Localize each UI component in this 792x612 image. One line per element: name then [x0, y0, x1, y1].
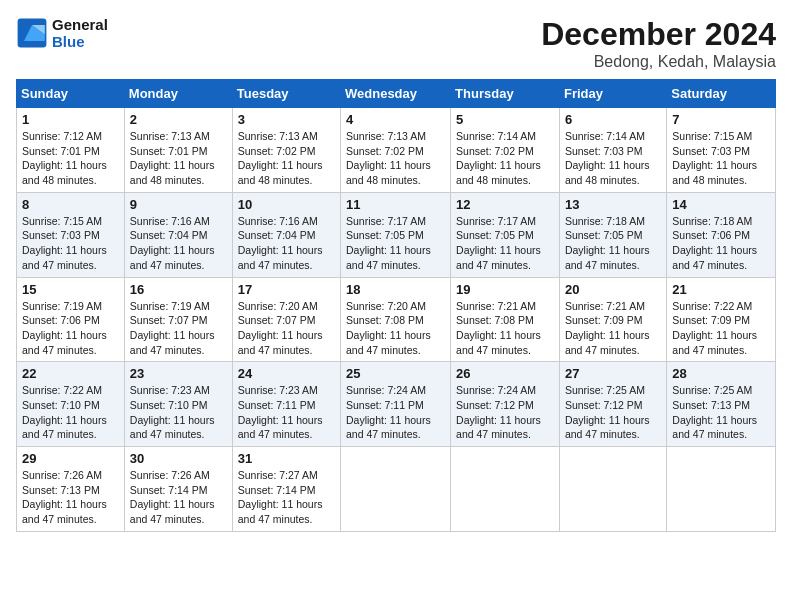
sunrise-label: Sunrise: 7:15 AM [22, 215, 102, 227]
day-number: 30 [130, 451, 227, 466]
sunrise-label: Sunrise: 7:16 AM [130, 215, 210, 227]
sunset-label: Sunset: 7:06 PM [672, 229, 750, 241]
month-title: December 2024 [541, 16, 776, 53]
table-row [341, 447, 451, 532]
col-sunday: Sunday [17, 80, 125, 108]
day-number: 26 [456, 366, 554, 381]
calendar-week-row: 15 Sunrise: 7:19 AM Sunset: 7:06 PM Dayl… [17, 277, 776, 362]
table-row: 10 Sunrise: 7:16 AM Sunset: 7:04 PM Dayl… [232, 192, 340, 277]
daylight-label: Daylight: 11 hours and 47 minutes. [130, 244, 215, 271]
sunrise-label: Sunrise: 7:25 AM [565, 384, 645, 396]
daylight-label: Daylight: 11 hours and 47 minutes. [22, 498, 107, 525]
sunrise-label: Sunrise: 7:13 AM [238, 130, 318, 142]
day-info: Sunrise: 7:22 AM Sunset: 7:09 PM Dayligh… [672, 299, 770, 358]
daylight-label: Daylight: 11 hours and 47 minutes. [130, 498, 215, 525]
day-info: Sunrise: 7:14 AM Sunset: 7:03 PM Dayligh… [565, 129, 661, 188]
daylight-label: Daylight: 11 hours and 47 minutes. [456, 244, 541, 271]
table-row: 20 Sunrise: 7:21 AM Sunset: 7:09 PM Dayl… [559, 277, 666, 362]
daylight-label: Daylight: 11 hours and 48 minutes. [130, 159, 215, 186]
daylight-label: Daylight: 11 hours and 47 minutes. [565, 329, 650, 356]
col-tuesday: Tuesday [232, 80, 340, 108]
table-row: 19 Sunrise: 7:21 AM Sunset: 7:08 PM Dayl… [451, 277, 560, 362]
calendar-week-row: 8 Sunrise: 7:15 AM Sunset: 7:03 PM Dayli… [17, 192, 776, 277]
col-monday: Monday [124, 80, 232, 108]
day-number: 20 [565, 282, 661, 297]
day-number: 6 [565, 112, 661, 127]
sunrise-label: Sunrise: 7:22 AM [22, 384, 102, 396]
sunset-label: Sunset: 7:05 PM [346, 229, 424, 241]
table-row: 30 Sunrise: 7:26 AM Sunset: 7:14 PM Dayl… [124, 447, 232, 532]
daylight-label: Daylight: 11 hours and 48 minutes. [346, 159, 431, 186]
logo: General Blue [16, 16, 108, 50]
day-info: Sunrise: 7:17 AM Sunset: 7:05 PM Dayligh… [456, 214, 554, 273]
day-number: 11 [346, 197, 445, 212]
sunrise-label: Sunrise: 7:22 AM [672, 300, 752, 312]
logo-line1: General [52, 16, 108, 33]
daylight-label: Daylight: 11 hours and 47 minutes. [672, 414, 757, 441]
sunrise-label: Sunrise: 7:19 AM [22, 300, 102, 312]
day-info: Sunrise: 7:25 AM Sunset: 7:12 PM Dayligh… [565, 383, 661, 442]
table-row: 16 Sunrise: 7:19 AM Sunset: 7:07 PM Dayl… [124, 277, 232, 362]
table-row: 5 Sunrise: 7:14 AM Sunset: 7:02 PM Dayli… [451, 108, 560, 193]
day-info: Sunrise: 7:15 AM Sunset: 7:03 PM Dayligh… [22, 214, 119, 273]
daylight-label: Daylight: 11 hours and 47 minutes. [22, 329, 107, 356]
col-friday: Friday [559, 80, 666, 108]
col-saturday: Saturday [667, 80, 776, 108]
table-row: 22 Sunrise: 7:22 AM Sunset: 7:10 PM Dayl… [17, 362, 125, 447]
sunrise-label: Sunrise: 7:13 AM [130, 130, 210, 142]
table-row: 9 Sunrise: 7:16 AM Sunset: 7:04 PM Dayli… [124, 192, 232, 277]
sunset-label: Sunset: 7:10 PM [130, 399, 208, 411]
sunset-label: Sunset: 7:12 PM [565, 399, 643, 411]
day-info: Sunrise: 7:27 AM Sunset: 7:14 PM Dayligh… [238, 468, 335, 527]
day-number: 14 [672, 197, 770, 212]
day-number: 13 [565, 197, 661, 212]
day-number: 23 [130, 366, 227, 381]
daylight-label: Daylight: 11 hours and 47 minutes. [238, 498, 323, 525]
day-info: Sunrise: 7:20 AM Sunset: 7:07 PM Dayligh… [238, 299, 335, 358]
day-number: 21 [672, 282, 770, 297]
day-number: 15 [22, 282, 119, 297]
sunrise-label: Sunrise: 7:20 AM [346, 300, 426, 312]
sunset-label: Sunset: 7:03 PM [565, 145, 643, 157]
table-row: 21 Sunrise: 7:22 AM Sunset: 7:09 PM Dayl… [667, 277, 776, 362]
table-row: 11 Sunrise: 7:17 AM Sunset: 7:05 PM Dayl… [341, 192, 451, 277]
day-number: 17 [238, 282, 335, 297]
day-number: 5 [456, 112, 554, 127]
sunset-label: Sunset: 7:14 PM [130, 484, 208, 496]
daylight-label: Daylight: 11 hours and 47 minutes. [238, 244, 323, 271]
daylight-label: Daylight: 11 hours and 48 minutes. [456, 159, 541, 186]
day-info: Sunrise: 7:21 AM Sunset: 7:08 PM Dayligh… [456, 299, 554, 358]
day-number: 28 [672, 366, 770, 381]
sunset-label: Sunset: 7:13 PM [22, 484, 100, 496]
sunset-label: Sunset: 7:09 PM [672, 314, 750, 326]
calendar-week-row: 22 Sunrise: 7:22 AM Sunset: 7:10 PM Dayl… [17, 362, 776, 447]
day-info: Sunrise: 7:13 AM Sunset: 7:02 PM Dayligh… [346, 129, 445, 188]
calendar-week-row: 1 Sunrise: 7:12 AM Sunset: 7:01 PM Dayli… [17, 108, 776, 193]
day-info: Sunrise: 7:23 AM Sunset: 7:10 PM Dayligh… [130, 383, 227, 442]
day-info: Sunrise: 7:18 AM Sunset: 7:05 PM Dayligh… [565, 214, 661, 273]
sunrise-label: Sunrise: 7:12 AM [22, 130, 102, 142]
day-info: Sunrise: 7:15 AM Sunset: 7:03 PM Dayligh… [672, 129, 770, 188]
sunrise-label: Sunrise: 7:13 AM [346, 130, 426, 142]
table-row: 7 Sunrise: 7:15 AM Sunset: 7:03 PM Dayli… [667, 108, 776, 193]
sunset-label: Sunset: 7:11 PM [238, 399, 316, 411]
sunrise-label: Sunrise: 7:17 AM [456, 215, 536, 227]
sunset-label: Sunset: 7:02 PM [456, 145, 534, 157]
sunset-label: Sunset: 7:13 PM [672, 399, 750, 411]
daylight-label: Daylight: 11 hours and 47 minutes. [672, 244, 757, 271]
table-row [667, 447, 776, 532]
sunrise-label: Sunrise: 7:21 AM [456, 300, 536, 312]
sunset-label: Sunset: 7:06 PM [22, 314, 100, 326]
sunrise-label: Sunrise: 7:21 AM [565, 300, 645, 312]
sunset-label: Sunset: 7:09 PM [565, 314, 643, 326]
table-row: 23 Sunrise: 7:23 AM Sunset: 7:10 PM Dayl… [124, 362, 232, 447]
table-row: 12 Sunrise: 7:17 AM Sunset: 7:05 PM Dayl… [451, 192, 560, 277]
sunrise-label: Sunrise: 7:23 AM [238, 384, 318, 396]
day-number: 7 [672, 112, 770, 127]
sunset-label: Sunset: 7:05 PM [456, 229, 534, 241]
day-number: 10 [238, 197, 335, 212]
day-number: 2 [130, 112, 227, 127]
sunrise-label: Sunrise: 7:24 AM [456, 384, 536, 396]
day-info: Sunrise: 7:19 AM Sunset: 7:06 PM Dayligh… [22, 299, 119, 358]
table-row: 25 Sunrise: 7:24 AM Sunset: 7:11 PM Dayl… [341, 362, 451, 447]
